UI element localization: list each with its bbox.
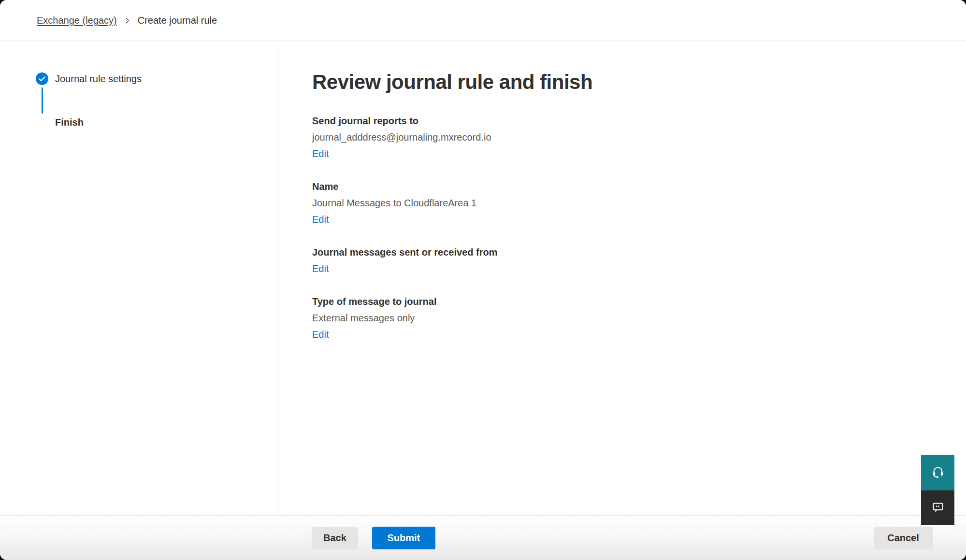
back-button[interactable]: Back: [312, 527, 358, 549]
wizard-step-finish[interactable]: Finish: [36, 116, 278, 129]
feedback-button[interactable]: [921, 490, 954, 525]
review-section-type-of-message-to-journal: Type of message to journal External mess…: [312, 296, 937, 340]
edit-link[interactable]: Edit: [312, 214, 329, 225]
breadcrumb: Exchange (legacy) Create journal rule: [37, 15, 217, 26]
edit-link[interactable]: Edit: [312, 148, 329, 159]
check-circle-icon: [36, 72, 48, 85]
section-value: External messages only: [312, 313, 937, 323]
submit-button[interactable]: Submit: [372, 527, 435, 549]
breadcrumb-create-journal-rule: Create journal rule: [138, 15, 217, 26]
review-section-journal-messages-sent-or-received-from: Journal messages sent or received from E…: [312, 247, 937, 274]
page-title: Review journal rule and finish: [312, 71, 937, 94]
filled-dot-icon: [36, 116, 48, 129]
wizard-step-label: Finish: [55, 117, 84, 128]
section-label: Journal messages sent or received from: [312, 247, 937, 258]
breadcrumb-exchange-legacy[interactable]: Exchange (legacy): [37, 15, 117, 26]
review-section-send-journal-reports-to: Send journal reports to journal_adddress…: [312, 115, 937, 159]
wizard-step-journal-rule-settings[interactable]: Journal rule settings: [36, 72, 278, 85]
section-label: Name: [312, 181, 937, 192]
help-button[interactable]: [921, 455, 954, 490]
app-window: Exchange (legacy) Create journal rule Jo…: [0, 0, 966, 560]
cancel-button[interactable]: Cancel: [874, 527, 933, 549]
review-section-name: Name Journal Messages to CloudflareArea …: [312, 181, 937, 225]
feedback-icon: [931, 501, 945, 516]
section-label: Type of message to journal: [312, 296, 937, 307]
chevron-right-icon: [124, 17, 130, 24]
edit-link[interactable]: Edit: [312, 263, 329, 274]
wizard-step-label: Journal rule settings: [55, 73, 142, 85]
footer-action-bar: Back Submit Cancel: [0, 515, 966, 560]
wizard-step-connector: [42, 87, 43, 114]
review-panel: Review journal rule and finish Send jour…: [278, 42, 966, 515]
section-value: Journal Messages to CloudflareArea 1: [312, 198, 937, 208]
wizard-steps-panel: Journal rule settings Finish: [0, 42, 278, 515]
headset-icon: [931, 465, 945, 480]
section-label: Send journal reports to: [312, 115, 937, 126]
section-value: journal_adddress@journaling.mxrecord.io: [312, 132, 937, 143]
edit-link[interactable]: Edit: [312, 329, 329, 340]
content-area: Journal rule settings Finish Review jour…: [0, 42, 966, 515]
floating-button-stack: [921, 455, 954, 525]
header: Exchange (legacy) Create journal rule: [0, 0, 966, 41]
